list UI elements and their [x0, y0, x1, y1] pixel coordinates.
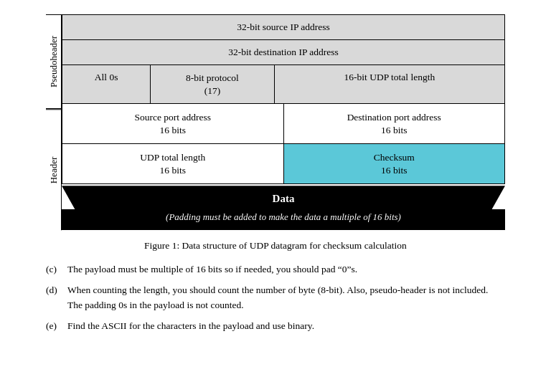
note-c-label: (c) [46, 262, 67, 277]
note-d-label: (d) [46, 282, 67, 313]
udp-length-cell: UDP total length16 bits [62, 144, 284, 183]
note-e-label: (e) [46, 318, 67, 334]
length-checksum-row: UDP total length16 bits Checksum16 bits [62, 143, 505, 184]
ports-row: Source port address16 bits Destination p… [62, 103, 505, 143]
note-c: (c) The payload must be multiple of 16 b… [46, 262, 505, 277]
source-port-cell: Source port address16 bits [62, 104, 284, 143]
note-d-text: When counting the length, you should cou… [67, 282, 505, 313]
note-c-text: The payload must be multiple of 16 bits … [67, 262, 357, 277]
dest-port-cell: Destination port address16 bits [284, 104, 505, 143]
ip-source-row: 32-bit source IP address [62, 14, 505, 39]
ip-source-cell: 32-bit source IP address [62, 15, 504, 39]
all-zeros-cell: All 0s [62, 65, 151, 103]
protocol-cell: 8-bit protocol(17) [151, 65, 274, 103]
note-d: (d) When counting the length, you should… [46, 282, 505, 313]
ip-dest-row: 32-bit destination IP address [62, 39, 505, 64]
protocol-row: All 0s 8-bit protocol(17) 16-bit UDP tot… [62, 64, 505, 103]
note-e: (e) Find the ASCII for the characters in… [46, 318, 505, 334]
data-sublabel: (Padding must be added to make the data … [62, 209, 505, 230]
ip-dest-cell: 32-bit destination IP address [62, 40, 504, 64]
note-e-text: Find the ASCII for the characters in the… [67, 318, 314, 334]
header-label: Header [46, 109, 62, 230]
pseudoheader-label: Pseudoheader [46, 14, 62, 109]
figure-caption: Figure 1: Data structure of UDP datagram… [46, 240, 505, 252]
checksum-cell: Checksum16 bits [284, 144, 505, 183]
udp-length-pseudo-cell: 16-bit UDP total length [275, 65, 504, 103]
data-banner: Data [62, 186, 505, 209]
notes-section: (c) The payload must be multiple of 16 b… [39, 262, 512, 338]
